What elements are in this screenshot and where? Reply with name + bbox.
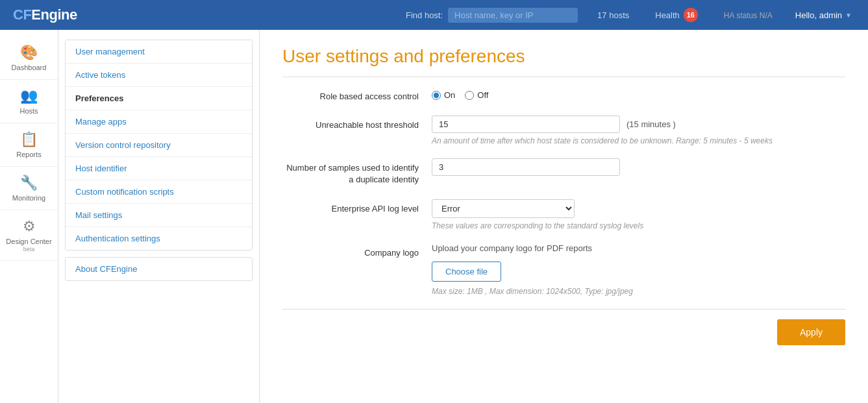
threshold-control: (15 minutes ) An amount of time after wh…: [432, 116, 773, 145]
sidebar-item-reports[interactable]: 📋 Reports: [0, 123, 58, 167]
top-divider: [282, 77, 845, 77]
sidebar-item-monitoring[interactable]: 🔧 Monitoring: [0, 167, 58, 210]
threshold-label: Unreachable host threshold: [282, 116, 419, 131]
upload-desc: Upload your company logo for PDF reports: [432, 243, 633, 253]
threshold-unit: (15 minutes ): [626, 119, 676, 129]
sidebar-item-authentication[interactable]: Authentication settings: [66, 227, 252, 250]
apply-area: Apply: [282, 309, 845, 345]
chevron-down-icon: ▼: [845, 12, 852, 19]
api-log-control: Error Warning Info Debug These values ar…: [432, 199, 643, 230]
monitoring-label: Monitoring: [12, 194, 45, 202]
rbac-control: On Off: [432, 87, 488, 100]
logo-engine: Engine: [31, 6, 77, 23]
logo-cf: CF: [13, 6, 31, 23]
rbac-radio-group: On Off: [432, 87, 488, 100]
design-center-label: Design Center: [6, 238, 51, 245]
reports-label: Reports: [16, 151, 42, 158]
rbac-label: Role based access control: [282, 87, 419, 103]
rbac-on-label: On: [444, 90, 455, 100]
threshold-row: Unreachable host threshold (15 minutes )…: [282, 116, 845, 145]
samples-label: Number of samples used to identify a dup…: [282, 158, 419, 186]
rbac-off-label: Off: [477, 90, 488, 100]
main-content: User settings and preferences Role based…: [260, 30, 868, 403]
api-log-label: Enterprise API log level: [282, 199, 419, 215]
api-log-row: Enterprise API log level Error Warning I…: [282, 199, 845, 230]
design-center-icon: ⚙: [23, 218, 36, 235]
api-log-select[interactable]: Error Warning Info Debug: [432, 199, 575, 218]
threshold-input[interactable]: [432, 116, 620, 133]
beta-badge: beta: [23, 246, 35, 252]
top-navigation: CFEngine Find host: 17 hosts Health 16 H…: [0, 0, 868, 30]
dashboard-label: Dashboard: [12, 64, 47, 71]
sidebar-item-active-tokens[interactable]: Active tokens: [66, 64, 252, 87]
sidebar-item-dashboard[interactable]: 🎨 Dashboard: [0, 36, 58, 80]
logo-row: Company logo Upload your company logo fo…: [282, 243, 845, 296]
upload-section: Upload your company logo for PDF reports…: [432, 243, 633, 296]
sidebar-item-host-identifier[interactable]: Host identifier: [66, 157, 252, 180]
sidebar-item-mail-settings[interactable]: Mail settings: [66, 204, 252, 227]
app-logo: CFEngine: [13, 6, 77, 23]
rbac-on-option[interactable]: On: [432, 90, 455, 100]
apply-button[interactable]: Apply: [777, 319, 845, 345]
settings-sidebar: User management Active tokens Preference…: [58, 30, 260, 403]
find-host-input[interactable]: [448, 8, 578, 23]
health-section: Health 16: [649, 8, 704, 22]
sidebar-item-hosts[interactable]: 👥 Hosts: [0, 80, 58, 123]
hosts-label: Hosts: [19, 107, 38, 115]
sidebar-item-user-management[interactable]: User management: [66, 40, 252, 64]
samples-row: Number of samples used to identify a dup…: [282, 158, 845, 186]
ha-status-section: HA status N/A: [717, 10, 779, 20]
logo-control: Upload your company logo for PDF reports…: [432, 243, 633, 296]
sidebar-item-custom-notification[interactable]: Custom notification scripts: [66, 180, 252, 204]
sidebar-item-preferences[interactable]: Preferences: [66, 87, 252, 110]
threshold-hint: An amount of time after which host state…: [432, 136, 773, 145]
sidebar-menu-group: User management Active tokens Preference…: [65, 40, 253, 250]
hosts-icon: 👥: [20, 88, 38, 104]
rbac-on-radio[interactable]: [432, 91, 441, 100]
find-host-label: Find host:: [406, 10, 443, 20]
api-log-hint: These values are corresponding to the st…: [432, 221, 643, 230]
choose-file-button[interactable]: Choose file: [432, 262, 501, 282]
sidebar-item-manage-apps[interactable]: Manage apps: [66, 110, 252, 134]
dashboard-icon: 🎨: [20, 44, 38, 61]
rbac-off-option[interactable]: Off: [465, 90, 488, 100]
sidebar-item-about[interactable]: About CFEngine: [66, 258, 252, 280]
samples-control: [432, 158, 620, 176]
rbac-off-radio[interactable]: [465, 91, 474, 100]
logo-hint: Max size: 1MB , Max dimension: 1024x500,…: [432, 287, 633, 296]
page-title: User settings and preferences: [282, 46, 845, 67]
user-menu[interactable]: Hello, admin ▼: [792, 10, 855, 20]
reports-icon: 📋: [20, 131, 38, 148]
rbac-row: Role based access control On Off: [282, 87, 845, 103]
threshold-input-row: (15 minutes ): [432, 116, 773, 133]
icon-navigation: 🎨 Dashboard 👥 Hosts 📋 Reports 🔧 Monitori…: [0, 30, 58, 403]
health-label: Health: [655, 10, 680, 20]
logo-label: Company logo: [282, 243, 419, 259]
sidebar-about-group: About CFEngine: [65, 257, 253, 281]
sidebar-item-design-center[interactable]: ⚙ Design Center beta: [0, 210, 58, 261]
sidebar-item-version-control[interactable]: Version control repository: [66, 134, 252, 157]
samples-input[interactable]: [432, 158, 620, 176]
hosts-count: 17 hosts: [591, 10, 636, 20]
ha-status-value: N/A: [760, 11, 773, 20]
find-host-section: Find host:: [406, 8, 578, 23]
user-greeting: Hello, admin: [795, 10, 842, 20]
health-badge: 16: [684, 8, 698, 22]
ha-status-label: HA status: [724, 11, 757, 20]
monitoring-icon: 🔧: [20, 175, 38, 191]
